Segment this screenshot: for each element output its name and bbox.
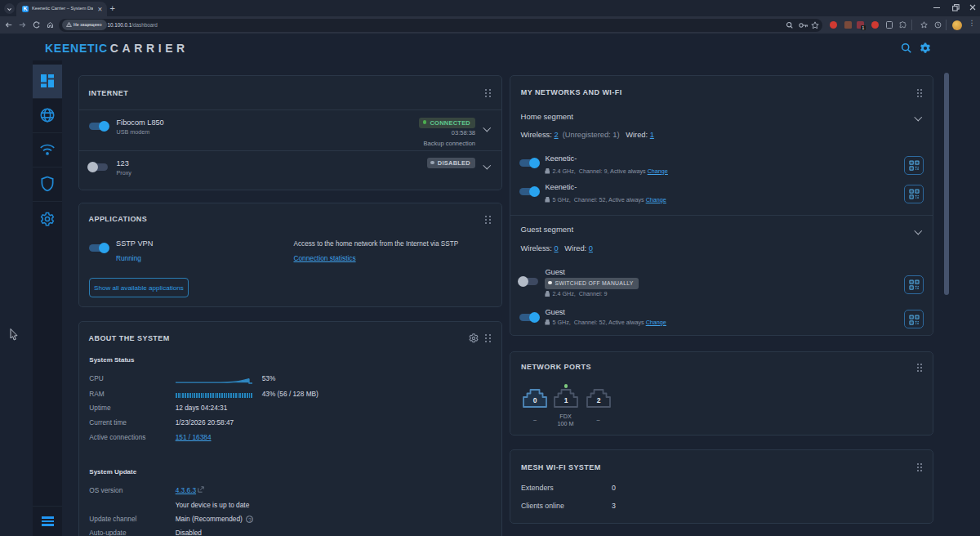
svg-text:1: 1 [564,396,568,404]
svg-text:2: 2 [596,396,600,404]
svg-text:0: 0 [533,396,537,404]
